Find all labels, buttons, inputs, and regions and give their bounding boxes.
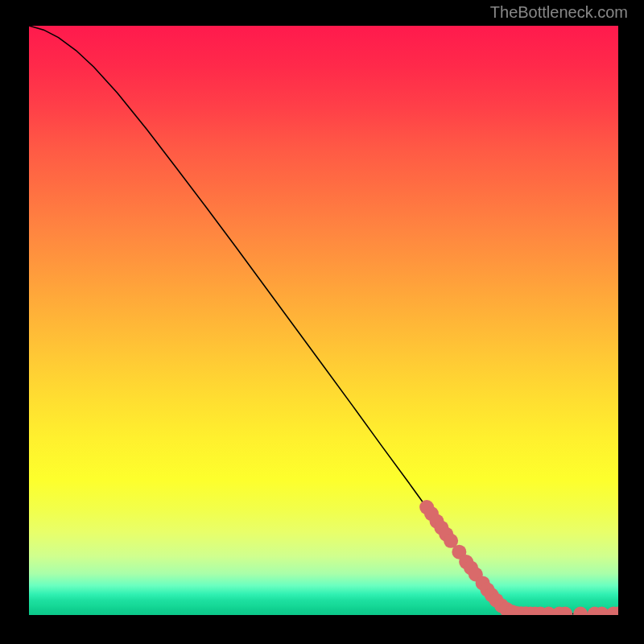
chart-overlay-svg [29, 26, 618, 615]
chart-plot-area [29, 26, 618, 615]
attribution-text: TheBottleneck.com [490, 3, 628, 22]
bottleneck-curve [29, 26, 618, 614]
data-point [573, 607, 588, 615]
highlighted-points-group [419, 500, 618, 615]
